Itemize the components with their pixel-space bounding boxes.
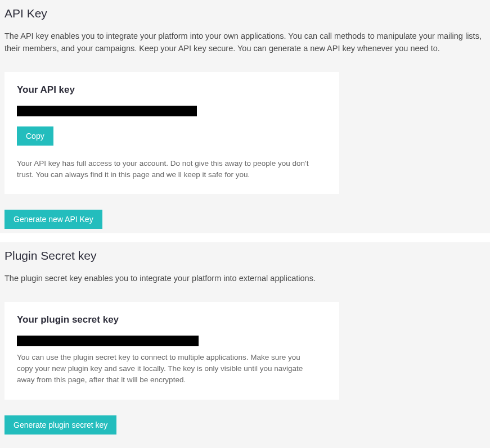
section-divider xyxy=(0,233,490,242)
api-key-card-title: Your API key xyxy=(17,84,327,96)
plugin-secret-note: You can use the plugin secret key to con… xyxy=(17,352,318,386)
plugin-secret-description: The plugin secret key enables you to int… xyxy=(5,273,485,285)
api-key-section: API Key The API key enables you to integ… xyxy=(0,0,490,233)
api-key-heading: API Key xyxy=(5,7,485,20)
plugin-secret-value-redacted xyxy=(17,336,199,346)
copy-button[interactable]: Copy xyxy=(17,126,53,146)
plugin-secret-card: Your plugin secret key You can use the p… xyxy=(5,302,339,400)
generate-plugin-secret-button[interactable]: Generate plugin secret key xyxy=(5,415,116,435)
plugin-secret-card-title: Your plugin secret key xyxy=(17,314,327,325)
api-key-value-redacted xyxy=(17,106,197,116)
plugin-secret-heading: Plugin Secret key xyxy=(5,249,485,263)
plugin-secret-section: Plugin Secret key The plugin secret key … xyxy=(0,242,490,439)
generate-api-key-button[interactable]: Generate new API Key xyxy=(5,210,102,229)
api-key-card: Your API key Copy Your API key has full … xyxy=(5,72,339,194)
api-key-note: Your API key has full access to your acc… xyxy=(17,158,318,181)
api-key-description: The API key enables you to integrate you… xyxy=(5,30,485,55)
